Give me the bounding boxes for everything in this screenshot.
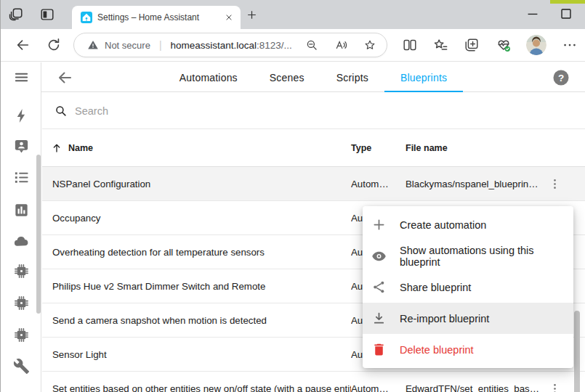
tab-strip: Settings – Home Assistant <box>1 0 585 29</box>
blueprint-type: Autom… <box>351 179 406 189</box>
table-row[interactable]: Set entities based on other entities new… <box>42 372 585 392</box>
tab-scripts[interactable]: Scripts <box>320 62 384 92</box>
tab-blueprints[interactable]: Blueprints <box>384 62 463 92</box>
profile-avatar[interactable] <box>526 35 546 55</box>
column-type[interactable]: Type <box>351 143 406 153</box>
table-header: Name Type File name <box>42 129 585 167</box>
blueprint-file: Blackymas/nspanel_blueprin… <box>406 179 544 189</box>
tab-automations[interactable]: Automations <box>164 62 254 92</box>
chip-icon[interactable] <box>13 327 30 343</box>
collections-add-icon[interactable] <box>464 37 480 53</box>
zoom-out-icon[interactable] <box>305 38 318 52</box>
eye-icon <box>371 248 387 264</box>
row-menu-icon[interactable] <box>544 177 565 191</box>
address-separator: | <box>156 39 165 51</box>
sidebar-scrollbar[interactable] <box>36 155 41 314</box>
blueprint-name: Occupancy <box>42 213 351 224</box>
url-host: homeassistant.local <box>171 40 257 51</box>
url-text[interactable]: homeassistant.local:8123/... <box>171 40 292 51</box>
row-menu-icon[interactable] <box>544 382 565 392</box>
tab-panel-icon[interactable] <box>39 7 55 23</box>
menu-item-share-blueprint[interactable]: Share blueprint <box>363 271 573 303</box>
blueprint-name: Send a camera snapshot when motion is de… <box>42 315 351 326</box>
share-icon <box>371 279 387 295</box>
favorite-star-icon[interactable] <box>363 38 376 52</box>
blueprint-name: Set entities based on other entities new… <box>42 383 351 392</box>
bar-chart-icon[interactable] <box>13 202 30 219</box>
main-scrollbar[interactable] <box>574 311 580 392</box>
security-label[interactable]: Not secure <box>105 40 150 51</box>
read-aloud-icon[interactable] <box>334 38 347 52</box>
app-header: Automations Scenes Scripts Blueprints ? <box>1 62 585 92</box>
app-sidebar <box>1 62 41 392</box>
not-secure-warning-icon <box>87 39 99 51</box>
browser-essentials-icon[interactable] <box>496 37 512 53</box>
column-name[interactable]: Name <box>42 142 351 154</box>
back-icon[interactable] <box>15 37 31 53</box>
blueprint-type: Autom… <box>351 383 406 392</box>
new-tab-icon[interactable] <box>246 9 258 21</box>
home-assistant-favicon <box>81 12 92 23</box>
chip-icon[interactable] <box>13 295 30 311</box>
wrench-icon[interactable] <box>13 358 30 375</box>
tab-title: Settings – Home Assistant <box>97 12 223 23</box>
lightning-icon[interactable] <box>13 107 30 124</box>
url-suffix: :8123/... <box>257 40 292 51</box>
menu-item-delete-blueprint[interactable]: Delete blueprint <box>363 334 573 365</box>
help-icon[interactable]: ? <box>552 69 570 86</box>
menu-item-label: Show automations using this blueprint <box>400 245 573 268</box>
list-icon[interactable] <box>13 169 30 186</box>
cloud-icon[interactable] <box>13 233 30 250</box>
workspaces-icon[interactable] <box>8 7 24 23</box>
minimize-icon[interactable] <box>525 6 541 22</box>
split-screen-icon[interactable] <box>402 37 418 53</box>
blueprint-name: Sensor Light <box>42 349 351 360</box>
search-icon <box>55 105 67 117</box>
plus-icon <box>371 217 387 232</box>
tab-close-icon[interactable] <box>223 12 235 23</box>
menu-item-create-automation[interactable]: Create automation <box>363 209 573 240</box>
column-name-label: Name <box>68 143 93 153</box>
menu-item-show-automations[interactable]: Show automations using this blueprint <box>363 240 573 271</box>
search-bar[interactable]: Search <box>42 93 585 129</box>
blueprint-name: Philips Hue v2 Smart Dimmer Switch and R… <box>42 281 351 292</box>
search-placeholder: Search <box>75 105 108 117</box>
maximize-icon[interactable] <box>558 6 574 22</box>
browser-window: Settings – Home Assistant <box>0 0 585 392</box>
menu-item-reimport-blueprint[interactable]: Re-import blueprint <box>363 303 573 334</box>
favorites-hub-icon[interactable] <box>432 37 448 53</box>
blueprint-name: NSPanel Configuration <box>42 179 351 189</box>
menu-item-label: Re-import blueprint <box>400 313 489 324</box>
column-file[interactable]: File name <box>406 143 544 153</box>
menu-item-label: Create automation <box>400 219 486 231</box>
browser-tab[interactable]: Settings – Home Assistant <box>72 6 241 29</box>
blueprint-name: Overheating detection for all temperatur… <box>42 247 351 258</box>
blueprint-context-menu: Create automation Show automations using… <box>363 206 573 368</box>
refresh-icon[interactable] <box>46 37 62 53</box>
menu-icon[interactable] <box>13 69 30 86</box>
menu-item-label: Delete blueprint <box>400 344 474 356</box>
import-icon <box>371 311 387 326</box>
app-tab-bar: Automations Scenes Scripts Blueprints <box>41 62 585 92</box>
chip-icon[interactable] <box>13 263 30 279</box>
screen-edge-accent <box>550 0 585 4</box>
voice-person-icon[interactable] <box>13 138 30 155</box>
menu-item-label: Share blueprint <box>400 282 471 293</box>
trash-icon <box>371 342 387 357</box>
more-icon[interactable] <box>562 37 578 53</box>
table-row[interactable]: NSPanel Configuration Autom… Blackymas/n… <box>42 167 585 201</box>
sort-ascending-icon <box>51 142 62 154</box>
svg-text:?: ? <box>558 73 564 83</box>
blueprint-file: EdwardTFN/set_entities_bas… <box>406 383 544 392</box>
tab-scenes[interactable]: Scenes <box>254 62 320 92</box>
address-bar[interactable]: Not secure | homeassistant.local:8123/..… <box>73 33 387 57</box>
